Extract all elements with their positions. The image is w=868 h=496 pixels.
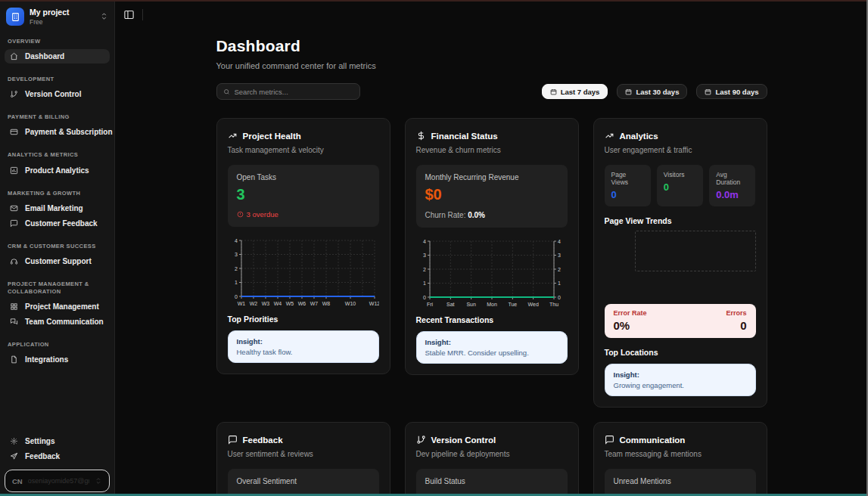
svg-text:Tue: Tue xyxy=(508,302,517,307)
mrr-panel: Monthly Recurring Revenue $0 Churn Rate:… xyxy=(416,165,568,228)
user-email: oseniayomide57@gmail.com xyxy=(28,477,89,485)
analytics-card: Analytics User engagement & traffic Page… xyxy=(593,118,767,408)
messages-icon xyxy=(10,318,18,326)
build-status-panel: Build Status Failed Success Rate: 95.5% xyxy=(416,469,568,496)
card-subtitle: Revenue & churn metrics xyxy=(416,146,568,154)
sidebar-item-product-analytics[interactable]: Product Analytics xyxy=(5,163,110,178)
svg-text:W6: W6 xyxy=(297,301,306,306)
card-subtitle: User sentiment & reviews xyxy=(228,450,379,458)
stat-label: Monthly Recurring Revenue xyxy=(425,173,558,181)
section-label: Recent Transactions xyxy=(416,315,568,324)
message-icon xyxy=(10,219,18,228)
sidebar-item-version-control[interactable]: Version Control xyxy=(5,87,110,101)
send-icon xyxy=(10,452,18,460)
sidebar-section-label: DEVELOPMENT xyxy=(8,76,107,83)
svg-text:W10: W10 xyxy=(344,301,356,306)
gear-icon xyxy=(10,437,18,445)
card-title: Communication xyxy=(620,436,686,445)
sidebar-nav: OVERVIEWDashboardDEVELOPMENTVersion Cont… xyxy=(5,26,110,367)
churn-rate: Churn Rate: 0.0% xyxy=(425,211,558,219)
time-range-group: Last 7 daysLast 30 daysLast 90 days xyxy=(542,84,767,99)
alert-circle-icon xyxy=(237,211,244,218)
calendar-icon xyxy=(625,88,632,95)
sentiment-panel: Overall Sentiment 0% positive 0 total fe… xyxy=(228,469,379,496)
sidebar-item-customer-feedback[interactable]: Customer Feedback xyxy=(5,216,110,231)
mail-icon xyxy=(10,204,18,212)
svg-text:Wed: Wed xyxy=(527,302,538,307)
git-branch-icon xyxy=(416,435,426,445)
svg-text:1: 1 xyxy=(558,281,561,286)
unread-mentions-panel: Unread Mentions 0 Sentiment: 82% positiv… xyxy=(605,469,756,496)
message-square-icon xyxy=(605,435,614,445)
card-title: Version Control xyxy=(431,436,496,445)
avatar: CN xyxy=(12,477,23,485)
error-rate-box: Error Rate 0% Errors 0 xyxy=(605,304,756,338)
sidebar-section-label: MARKETING & GROWTH xyxy=(8,190,107,197)
sidebar-item-payment-subscription[interactable]: Payment & Subscription xyxy=(5,125,110,139)
sidebar-toggle-icon[interactable] xyxy=(123,9,135,20)
card-title: Project Health xyxy=(243,132,301,141)
sidebar-item-feedback[interactable]: Feedback xyxy=(5,449,110,463)
sidebar-section-label: CRM & CUSTOMER SUCCESS xyxy=(8,243,107,250)
window-top-edge xyxy=(0,0,868,2)
section-label: Top Priorities xyxy=(228,315,379,324)
version-control-card: Version Control Dev pipeline & deploymen… xyxy=(405,422,579,496)
sidebar-item-integrations[interactable]: Integrations xyxy=(5,352,110,367)
stat-label: Unread Mentions xyxy=(614,477,747,485)
card-subtitle: Team messaging & mentions xyxy=(605,450,756,458)
svg-text:0: 0 xyxy=(558,295,561,300)
sidebar-item-project-management[interactable]: Project Management xyxy=(5,299,110,314)
card-subtitle: Dev pipeline & deployments xyxy=(416,450,568,458)
search-input[interactable] xyxy=(235,88,353,96)
feedback-card: Feedback User sentiment & reviews Overal… xyxy=(216,422,390,496)
trending-up-icon xyxy=(228,131,238,141)
open-tasks-panel: Open Tasks 3 3 overdue xyxy=(228,165,379,227)
svg-text:0: 0 xyxy=(235,294,238,299)
bar-chart-icon xyxy=(10,166,18,175)
topbar-divider xyxy=(142,9,143,20)
stat-label: Open Tasks xyxy=(237,173,370,181)
sidebar-item-dashboard[interactable]: Dashboard xyxy=(5,49,110,64)
avg-duration-stat: Avg Duration 0.0m xyxy=(709,165,755,206)
insight-box: Insight: Healthy task flow. xyxy=(228,330,379,363)
grid-icon xyxy=(10,302,18,311)
svg-text:4: 4 xyxy=(423,239,426,244)
sidebar-item-settings[interactable]: Settings xyxy=(5,434,110,448)
chevron-up-down-icon xyxy=(95,474,102,488)
user-account-selector[interactable]: CN oseniayomide57@gmail.com xyxy=(5,470,110,492)
sidebar-section-label: PROJECT MANAGEMENT & COLLABORATION xyxy=(8,281,107,296)
chevron-up-down-icon[interactable] xyxy=(100,10,108,23)
svg-text:W5: W5 xyxy=(285,301,294,306)
sidebar-item-customer-support[interactable]: Customer Support xyxy=(5,254,110,268)
page-subtitle: Your unified command center for all metr… xyxy=(216,61,767,70)
open-tasks-value: 3 xyxy=(237,186,370,203)
sidebar-item-team-communication[interactable]: Team Communication xyxy=(5,315,110,329)
svg-text:Thu: Thu xyxy=(549,302,558,307)
message-square-icon xyxy=(228,435,238,445)
time-range-last-30-days[interactable]: Last 30 days xyxy=(617,84,687,99)
sidebar-section-label: PAYMENT & BILLING xyxy=(8,113,107,121)
project-switcher[interactable]: My project Free xyxy=(5,6,110,26)
weekly-tasks-chart: 01234W1W2W3W4W5W6W7W8W10W12 xyxy=(228,236,379,308)
stat-label: Build Status xyxy=(425,477,558,485)
card-title: Financial Status xyxy=(431,132,498,141)
time-range-last-90-days[interactable]: Last 90 days xyxy=(696,84,767,99)
sidebar-footer: SettingsFeedback CN oseniayomide57@gmail… xyxy=(5,433,110,492)
file-icon xyxy=(10,355,18,364)
sidebar-item-email-marketing[interactable]: Email Marketing xyxy=(5,201,110,215)
search-box[interactable] xyxy=(216,83,360,100)
daily-revenue-chart: 0011223344FriSatSunMonTueWedThu xyxy=(416,237,568,309)
card-subtitle: User engagement & traffic xyxy=(605,146,756,154)
svg-text:2: 2 xyxy=(235,266,238,271)
page-title: Dashboard xyxy=(216,37,767,55)
svg-text:1: 1 xyxy=(235,280,238,285)
svg-text:W2: W2 xyxy=(249,301,257,306)
svg-text:W3: W3 xyxy=(261,301,269,306)
search-icon xyxy=(223,88,230,95)
git-branch-icon xyxy=(10,90,18,98)
svg-text:W7: W7 xyxy=(310,301,318,306)
card-title: Feedback xyxy=(243,436,283,445)
insight-box: Insight: Growing engagement. xyxy=(605,364,756,396)
headphones-icon xyxy=(10,257,18,265)
time-range-last-7-days[interactable]: Last 7 days xyxy=(542,84,608,99)
